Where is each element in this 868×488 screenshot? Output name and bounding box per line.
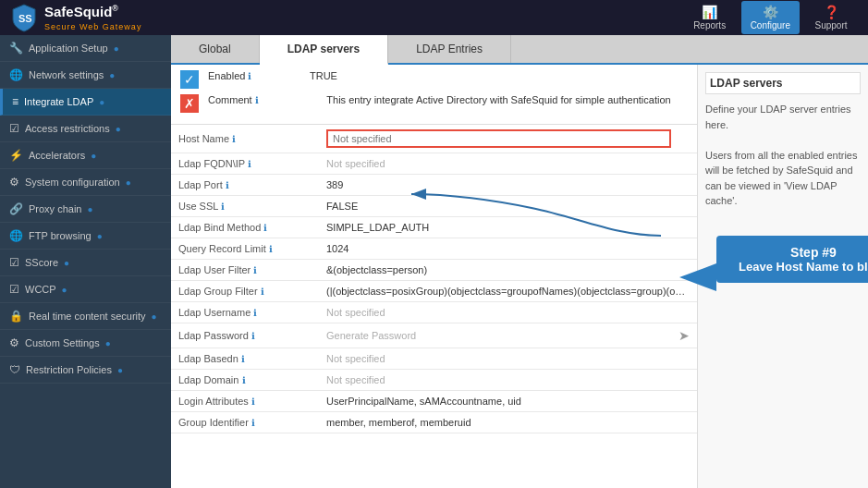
sidebar-item-realtime[interactable]: 🔒 Real time content security ● (0, 303, 171, 330)
custom-icon: ⚙ (9, 336, 19, 349)
tab-ldap-entries[interactable]: LDAP Entries (388, 35, 511, 63)
label-group-identifier: Group Identifier ℹ (171, 412, 319, 433)
network-icon: 🌐 (9, 68, 23, 81)
sidebar-item-accelerators[interactable]: ⚡ Accelerators ● (0, 142, 171, 169)
sidebar-item-restriction-policies[interactable]: 🛡 Restriction Policies ● (0, 357, 171, 384)
sidebar-item-network-settings[interactable]: 🌐 Network settings ● (0, 62, 171, 89)
table-row-group-filter: Ldap Group Filter ℹ (|(objectclass=posix… (171, 281, 697, 302)
login-attr-info-icon[interactable]: ℹ (251, 396, 255, 407)
info-dot: ● (97, 231, 103, 241)
tab-bar: Global LDAP servers LDAP Entries (171, 35, 868, 65)
callout-text: Leave Host Name to blank (729, 260, 868, 274)
info-dot: ● (117, 365, 123, 375)
content-area: Global LDAP servers LDAP Entries ✓ Enabl… (171, 35, 868, 488)
value-login-attributes: UserPrincipalName, sAMAccountname, uid (319, 391, 697, 412)
sidebar-label-sysconfig: System configuration (25, 177, 120, 188)
label-ldap-basedn: Ldap Basedn ℹ (171, 348, 319, 370)
header: SS SafeSquid® Secure Web Gateway 📊 Repor… (0, 0, 868, 35)
tab-ldap-servers[interactable]: LDAP servers (260, 35, 389, 65)
info-dot: ● (91, 151, 96, 161)
accel-icon: ⚡ (9, 149, 23, 162)
proxy-icon: 🔗 (9, 202, 23, 215)
ldap-basedn-info-icon[interactable]: ℹ (241, 354, 245, 364)
value-ldap-username: Not specified (319, 302, 697, 323)
logo-name: SafeSquid® (44, 4, 118, 19)
host-name-input[interactable] (326, 129, 671, 148)
ldap-password-info-icon[interactable]: ℹ (251, 331, 255, 341)
sidebar-label-access: Access restrictions (25, 123, 110, 134)
right-panel-text: Define your LDAP server entries here. Us… (705, 102, 861, 209)
ftp-icon: 🌐 (9, 229, 23, 242)
sidebar-item-sscore[interactable]: ☑ SScore ● (0, 250, 171, 276)
sidebar-item-custom-settings[interactable]: ⚙ Custom Settings ● (0, 330, 171, 357)
logo-area: SS SafeSquid® Secure Web Gateway (9, 3, 141, 32)
table-row-ldap-port: Ldap Port ℹ 389 (171, 175, 697, 196)
table-row-ldap-domain: Ldap Domain ℹ Not specified (171, 370, 697, 391)
table-row-use-ssl: Use SSL ℹ FALSE (171, 196, 697, 217)
form-area: ✓ Enabled ℹ TRUE ✗ Comment ℹ This (171, 65, 697, 488)
ldap-username-info-icon[interactable]: ℹ (253, 308, 257, 318)
value-query-limit: 1024 (319, 238, 697, 260)
table-row-ldap-password: Ldap Password ℹ Generate Password ➤ (171, 323, 697, 348)
info-dot: ● (114, 43, 119, 54)
table-row-ldap-basedn: Ldap Basedn ℹ Not specified (171, 348, 697, 370)
reports-button[interactable]: 📊 Reports (682, 1, 738, 34)
logo-text-area: SafeSquid® Secure Web Gateway (44, 4, 141, 32)
label-ldap-password: Ldap Password ℹ (171, 323, 319, 348)
configure-button[interactable]: ⚙️ Configure (741, 1, 800, 34)
fqdnip-info-icon[interactable]: ℹ (248, 159, 251, 169)
info-dot: ● (87, 204, 92, 214)
ldap-icon: ≡ (12, 95, 18, 108)
sscore-icon: ☑ (9, 256, 19, 269)
sidebar-item-integrate-ldap[interactable]: ≡ Integrate LDAP ● (0, 89, 171, 116)
sidebar-label-accel: Accelerators (29, 150, 85, 161)
comment-checkbox[interactable]: ✗ (180, 94, 199, 113)
realtime-icon: 🔒 (9, 310, 23, 323)
query-limit-info-icon[interactable]: ℹ (269, 244, 273, 254)
ldap-port-info-icon[interactable]: ℹ (226, 180, 229, 190)
group-filter-info-icon[interactable]: ℹ (261, 287, 264, 297)
label-host-name: Host Name ℹ (171, 125, 319, 153)
sidebar-item-wccp[interactable]: ☑ WCCP ● (0, 276, 171, 303)
user-filter-info-icon[interactable]: ℹ (253, 265, 257, 275)
label-query-limit: Query Record Limit ℹ (171, 238, 319, 260)
configure-label: Configure (751, 20, 790, 30)
value-group-identifier: member, memberof, memberuid (319, 412, 697, 433)
enabled-info-icon[interactable]: ℹ (248, 71, 251, 81)
enabled-value: TRUE (310, 70, 337, 81)
sidebar-label-ldap: Integrate LDAP (24, 96, 93, 107)
support-button[interactable]: ❓ Support (803, 1, 859, 34)
callout-box: Step #9 Leave Host Name to blank (716, 236, 868, 283)
sidebar-label-custom: Custom Settings (25, 337, 100, 348)
tab-global[interactable]: Global (171, 35, 260, 63)
sidebar-item-access-restrictions[interactable]: ☑ Access restrictions ● (0, 116, 171, 142)
callout-step: Step #9 (729, 245, 868, 260)
label-group-filter: Ldap Group Filter ℹ (171, 281, 319, 302)
comment-label: Comment ℹ (208, 94, 300, 105)
send-icon: ➤ (679, 328, 690, 343)
host-name-info-icon[interactable]: ℹ (232, 134, 236, 144)
info-dot: ● (62, 285, 67, 295)
sidebar-label-app-setup: Application Setup (29, 43, 108, 54)
table-row-user-filter: Ldap User Filter ℹ &(objectclass=person) (171, 260, 697, 281)
enabled-checkbox[interactable]: ✓ (180, 70, 199, 89)
group-id-info-icon[interactable]: ℹ (251, 418, 255, 428)
wccp-icon: ☑ (9, 283, 19, 296)
reports-label: Reports (693, 20, 726, 30)
sidebar-item-ftp-browsing[interactable]: 🌐 FTP browsing ● (0, 223, 171, 250)
sidebar-item-app-setup[interactable]: 🔧 Application Setup ● (0, 35, 171, 62)
value-bind-method: SIMPLE_LDAP_AUTH (319, 217, 697, 238)
sysconfig-icon: ⚙ (9, 176, 19, 189)
comment-info-icon[interactable]: ℹ (255, 95, 259, 105)
support-icon: ❓ (824, 5, 839, 19)
ldap-domain-info-icon[interactable]: ℹ (242, 375, 246, 385)
sidebar-item-system-config[interactable]: ⚙ System configuration ● (0, 169, 171, 196)
sidebar-label-realtime: Real time content security (29, 311, 146, 322)
form-table: Host Name ℹ Ldap FQDN\IP ℹ (171, 125, 697, 433)
sidebar-item-proxy-chain[interactable]: 🔗 Proxy chain ● (0, 196, 171, 223)
info-dot: ● (126, 177, 131, 188)
sidebar-label-ftp: FTP browsing (29, 230, 92, 241)
use-ssl-info-icon[interactable]: ℹ (221, 201, 225, 212)
bind-method-info-icon[interactable]: ℹ (263, 223, 267, 233)
value-fqdnip: Not specified (319, 153, 697, 175)
